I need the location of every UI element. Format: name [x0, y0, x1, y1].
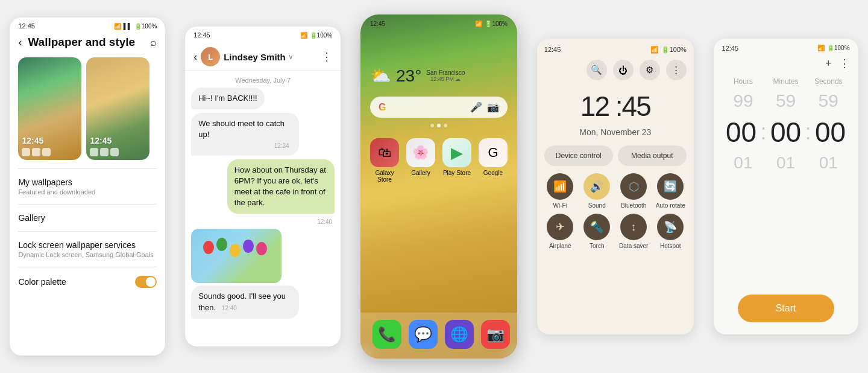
contact-avatar: L [201, 47, 220, 66]
timer-start-button[interactable]: Start [738, 295, 834, 322]
color-palette-toggle[interactable] [135, 276, 157, 288]
qs-tile-torch[interactable]: 🔦 Torch [581, 214, 613, 249]
google-icon: G [479, 138, 508, 167]
timer-sub-minutes: 01 [764, 153, 807, 173]
lens-icon: 📷 [487, 101, 499, 113]
status-bar-wallpaper: 12:45 📶 ▌▌ 🔋100% [10, 18, 165, 32]
page-dots [360, 124, 517, 127]
qs-tile-bluetooth[interactable]: ⬡ Bluetooth [618, 173, 650, 209]
timer-sep-2: : [805, 120, 811, 145]
page-title: Wallpaper and style [28, 36, 144, 49]
qs-battery-icon: 🔋100% [661, 46, 687, 54]
media-output-button[interactable]: Media output [618, 145, 687, 166]
hotspot-tile-icon: 📡 [657, 214, 684, 240]
bubble-sent-row: How about on Thursday at 6PM? If you are… [191, 159, 335, 226]
wallpaper-preview-2[interactable]: 12:45 [86, 57, 149, 160]
status-icons-wallpaper: 📶 ▌▌ 🔋100% [114, 23, 157, 30]
galaxy-store-label: Galaxy Store [370, 170, 399, 183]
panel-wallpaper: 12:45 📶 ▌▌ 🔋100% ‹ Wallpaper and style ⌕… [10, 18, 165, 355]
qs-tile-autorotate[interactable]: 🔄 Auto rotate [655, 173, 687, 209]
mini-app-6 [110, 148, 119, 156]
app-google[interactable]: G Google [479, 138, 508, 183]
qs-settings-button[interactable]: ⚙ [640, 60, 660, 80]
qs-tile-sound[interactable]: 🔊 Sound [581, 173, 613, 209]
qs-action-icons: 🔍 ⏻ ⚙ ⋮ [544, 60, 687, 80]
weather-icon: ⛅ [370, 66, 391, 86]
messages-more-button[interactable]: ⋮ [321, 50, 332, 63]
mini-app-4 [90, 148, 98, 156]
my-wallpapers-title: My wallpapers [18, 177, 157, 187]
datasaver-tile-icon: ↕ [620, 214, 647, 240]
weather-temperature: 23° [396, 66, 421, 86]
bluetooth-tile-label: Bluetooth [621, 202, 646, 209]
home-status-icons: 📶 🔋100% [475, 21, 508, 27]
weather-time-detail: 12:45 PM ☁ [430, 76, 461, 82]
lock-screen-item[interactable]: Lock screen wallpaper services Dynamic L… [10, 232, 165, 267]
back-button[interactable]: ‹ [18, 36, 22, 49]
hotspot-tile-label: Hotspot [660, 243, 681, 249]
dock-browser[interactable]: 🌐 [445, 320, 474, 349]
bubble-text-2: We should meet to catch up! [198, 119, 285, 139]
play-store-icon: ▶ [442, 138, 471, 167]
qs-power-button[interactable]: ⏻ [613, 60, 634, 80]
message-body: Hi~! I'm BACK!!!! We should meet to catc… [185, 88, 341, 346]
my-wallpapers-item[interactable]: My wallpapers Featured and downloaded [10, 169, 165, 204]
qs-tile-hotspot[interactable]: 📡 Hotspot [655, 214, 687, 249]
home-wifi-icon: 📶 [475, 21, 482, 27]
qs-tile-datasaver[interactable]: ↕ Data saver [618, 214, 650, 249]
qs-tile-wifi[interactable]: 📶 Wi-Fi [544, 173, 576, 209]
gallery-label: Gallery [411, 170, 430, 176]
balloon-1 [203, 241, 214, 254]
timer-sep-1: : [761, 120, 767, 145]
device-control-button[interactable]: Device control [544, 145, 613, 166]
sound-tile-label: Sound [588, 202, 606, 209]
dock-camera[interactable]: 📷 [481, 320, 510, 349]
mic-icon: 🎤 [470, 101, 482, 113]
dock-phone[interactable]: 📞 [373, 320, 401, 349]
qs-clock: 12 :45 [544, 90, 687, 123]
wifi-tile-icon: 📶 [547, 173, 573, 200]
timer-add-button[interactable]: + [825, 57, 832, 70]
contact-name-row: Lindsey Smith ∨ [224, 52, 318, 62]
qs-status-time: 12:45 [544, 46, 561, 54]
image-bubble-row: Sounds good. I'll see you then. 12:40 [191, 229, 335, 322]
bubble-received-1: Hi~! I'm BACK!!!! [191, 88, 264, 109]
app-gallery[interactable]: 🌸 Gallery [406, 138, 435, 183]
status-bar-messages: 12:45 📶 🔋100% [185, 27, 341, 41]
timer-hours-label: Hours [722, 77, 765, 86]
panel-quick-settings: 12:45 📶 🔋100% 🔍 ⏻ ⚙ ⋮ 12 :45 Mon, Novemb… [537, 39, 694, 334]
lock-screen-title: Lock screen wallpaper services [18, 240, 157, 250]
color-palette-item[interactable]: Color palette [10, 267, 165, 296]
app-play-store[interactable]: ▶ Play Store [442, 138, 471, 183]
dot-2 [437, 124, 441, 127]
color-palette-title: Color palette [18, 277, 66, 287]
messages-back-button[interactable]: ‹ [193, 51, 197, 63]
wifi-icon-msg: 📶 [300, 32, 307, 39]
wallpaper-preview-1[interactable]: 12:45 [18, 57, 81, 160]
home-weather: ⛅ 23° San Francisco 12:45 PM ☁ [360, 30, 517, 91]
timer-more-button[interactable]: ⋮ [839, 57, 850, 70]
gallery-title: Gallery [18, 213, 157, 223]
wallpaper-menu: My wallpapers Featured and downloaded Ga… [10, 168, 165, 355]
timer-sub-row: 01 01 01 [714, 151, 858, 175]
app-galaxy-store[interactable]: 🛍 Galaxy Store [370, 138, 399, 183]
mini-app-3 [42, 148, 51, 156]
dock-messages[interactable]: 💬 [409, 320, 438, 349]
qs-status-icons: 📶 🔋100% [650, 46, 687, 54]
lock-screen-sub: Dynamic Lock screen, Samsung Global Goal… [18, 251, 157, 258]
play-store-label: Play Store [443, 170, 471, 176]
search-button[interactable]: ⌕ [150, 36, 157, 49]
gallery-item[interactable]: Gallery [10, 205, 165, 231]
timer-top-hours: 99 [722, 91, 765, 111]
qs-search-button[interactable]: 🔍 [587, 60, 607, 80]
timer-top-row: 99 59 59 [714, 88, 858, 113]
mini-app-5 [100, 148, 108, 156]
timer-status-bar: 12:45 📶 🔋100% [714, 39, 858, 54]
qs-status-bar: 12:45 📶 🔋100% [544, 46, 687, 54]
status-time-wallpaper: 12:45 [18, 22, 35, 30]
qs-tile-airplane[interactable]: ✈ Airplane [544, 214, 576, 249]
home-search-bar[interactable]: G 🎤 📷 [370, 97, 508, 118]
browser-icon: 🌐 [445, 320, 474, 349]
phone-icon: 📞 [373, 320, 401, 349]
qs-more-button[interactable]: ⋮ [666, 60, 687, 80]
